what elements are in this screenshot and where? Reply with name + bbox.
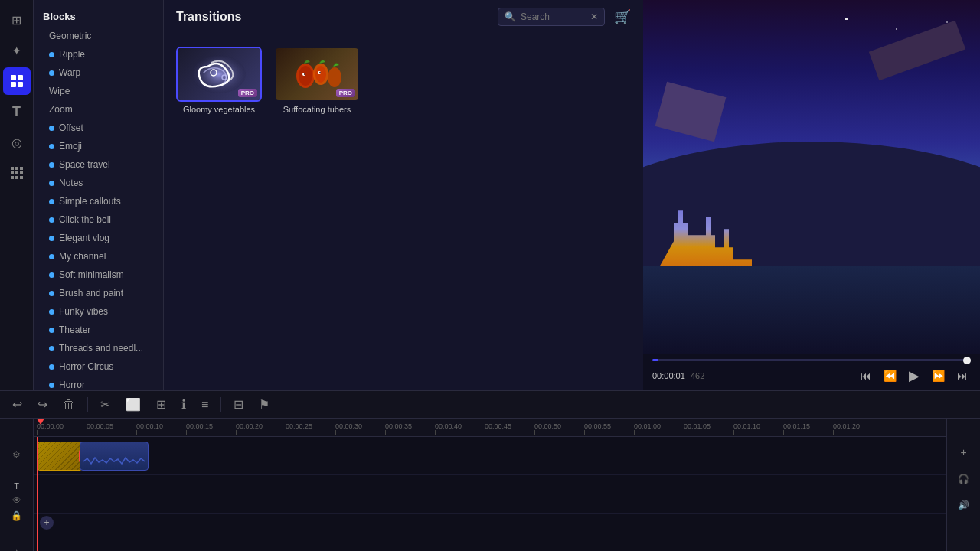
ruler-mark: 00:00:10 [136,422,186,435]
category-item-horror[interactable]: Horror [34,376,163,390]
align-button[interactable]: ≡ [198,395,211,415]
ruler-mark: 00:00:45 [485,422,534,435]
progress-fill [652,359,658,361]
category-item-elegant-vlog[interactable]: Elegant vlog [34,229,163,247]
timeline-zoom-icon[interactable]: 🔊 [958,500,969,510]
category-item-brush-and-paint[interactable]: Brush and paint [34,284,163,302]
icon-sidebar: ⊞ ✦ T ◎ [0,0,34,390]
text-icon-btn[interactable]: T [3,98,31,126]
category-item-wipe[interactable]: Wipe [34,82,163,100]
tracks-container: + [34,437,946,551]
layers-icon-btn[interactable]: ⊞ [3,6,31,34]
clip-blue[interactable] [80,442,149,471]
pro-badge: PRO [336,89,355,97]
category-dot [49,52,54,57]
svg-rect-6 [20,167,23,170]
transition-gloomy-label: Gloomy vegetables [183,105,255,114]
audio-track-row [34,475,946,514]
svg-rect-5 [15,167,18,170]
track2-icon: ♪ [15,547,18,551]
timeline-main: 00:00:00 00:00:05 00:00:10 00:00:15 00:0… [34,419,946,551]
split-button[interactable]: ⊞ [153,394,169,415]
cart-icon[interactable]: 🛒 [614,8,631,25]
category-item-ripple[interactable]: Ripple [34,45,163,64]
svg-rect-11 [15,176,18,179]
svg-point-24 [319,72,321,73]
transition-suffocating-tubers[interactable]: PRO Suffocating tubers [274,47,360,114]
timeline-settings-icon[interactable]: ⚙ [12,449,21,460]
category-item-geometric[interactable]: Geometric [34,27,163,45]
flag-button[interactable]: ⚑ [256,394,273,415]
title-button[interactable]: ⊟ [230,394,247,415]
effects-icon-btn[interactable]: ✦ [3,37,31,64]
timeline-ruler[interactable]: 00:00:00 00:00:05 00:00:10 00:00:15 00:0… [34,419,946,437]
timeline-headphone-icon[interactable]: 🎧 [958,474,969,484]
audio-icon-btn[interactable]: ◎ [3,129,31,156]
category-dot [49,126,54,131]
category-dot [49,291,54,296]
search-box[interactable]: 🔍 ✕ [498,8,605,26]
step-forward-button[interactable]: ⏩ [929,368,948,383]
play-button[interactable]: ▶ [906,366,923,386]
search-input[interactable] [521,11,586,22]
debris-shape [655,81,727,142]
skip-to-end-button[interactable]: ⏭ [954,368,971,383]
grid-icon-btn[interactable] [3,159,31,187]
category-item-theater[interactable]: Theater [34,321,163,339]
track-lock-icon[interactable]: 🔒 [11,510,22,521]
ruler-mark: 00:00:55 [584,422,634,435]
transition-suffocating-label: Suffocating tubers [283,105,351,114]
transitions-icon-btn[interactable] [3,67,31,95]
ruler-marks: 00:00:00 00:00:05 00:00:10 00:00:15 00:0… [34,422,883,435]
category-label: Wipe [49,86,70,96]
add-track-button[interactable]: + [40,516,54,530]
transition-gloomy-vegetables[interactable]: PRO Gloomy vegetables [176,47,262,114]
ruler-mark: 00:00:25 [286,422,335,435]
category-label: Threads and needl... [59,343,143,354]
category-item-warp[interactable]: Warp [34,64,163,82]
ruler-mark: 00:00:35 [385,422,435,435]
category-item-funky-vibes[interactable]: Funky vibes [34,302,163,321]
category-header-blocks[interactable]: Blocks [34,6,163,27]
category-item-horror-circus[interactable]: Horror Circus [34,357,163,376]
category-item-notes[interactable]: Notes [34,174,163,192]
ruler-mark: 00:00:30 [335,422,385,435]
category-item-zoom[interactable]: Zoom [34,100,163,119]
svg-point-17 [299,66,312,86]
category-label: Space travel [59,159,110,170]
progress-bar[interactable] [652,359,971,361]
category-label: Click the bell [59,214,111,225]
track-visibility-icon[interactable]: 👁 [12,495,21,506]
category-item-my-channel[interactable]: My channel [34,247,163,266]
trim-button[interactable]: ⬜ [122,394,144,415]
category-item-threads-needles[interactable]: Threads and needl... [34,339,163,357]
category-item-offset[interactable]: Offset [34,119,163,137]
timeline-add-icon[interactable]: + [960,446,966,458]
category-item-simple-callouts[interactable]: Simple callouts [34,192,163,210]
clear-search-icon[interactable]: ✕ [590,11,598,22]
step-back-button[interactable]: ⏪ [880,368,900,383]
svg-rect-1 [18,75,23,80]
category-label: Funky vibes [59,306,108,317]
clip-yellow[interactable] [37,442,83,471]
bottom-toolbar: ↩ ↪ 🗑 ✂ ⬜ ⊞ ℹ ≡ ⊟ ⚑ [0,390,980,418]
redo-button[interactable]: ↪ [34,394,51,415]
content-panel: Transitions 🔍 ✕ 🛒 [164,0,643,390]
svg-point-19 [315,66,326,83]
time-display: 00:00:01 462 [652,371,851,380]
category-label: Horror [59,380,85,390]
svg-rect-0 [11,75,16,80]
cut-button[interactable]: ✂ [97,394,113,415]
category-item-emoji[interactable]: Emoji [34,137,163,155]
transition-thumb-gloomy: PRO [176,47,262,102]
category-dot [49,272,54,278]
undo-button[interactable]: ↩ [9,394,25,415]
content-title: Transitions [176,10,488,24]
category-item-space-travel[interactable]: Space travel [34,155,163,174]
category-item-click-the-bell[interactable]: Click the bell [34,210,163,229]
category-item-soft-minimalism[interactable]: Soft minimalism [34,266,163,284]
skip-to-start-button[interactable]: ⏮ [858,368,874,383]
info-button[interactable]: ℹ [178,394,189,415]
playhead-triangle [37,419,44,425]
delete-button[interactable]: 🗑 [60,395,78,415]
